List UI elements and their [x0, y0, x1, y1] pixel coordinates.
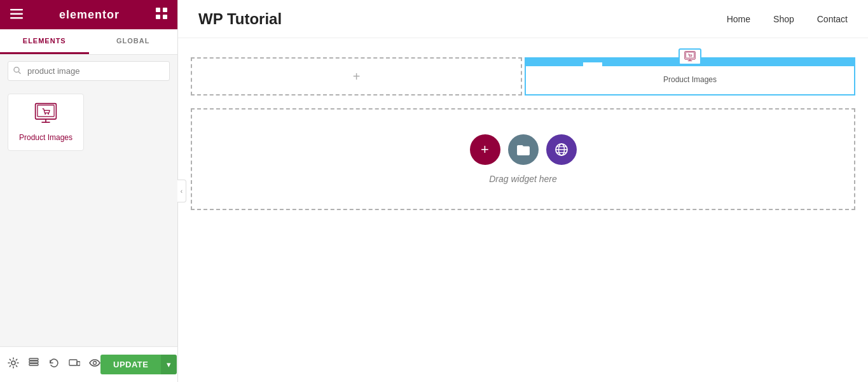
page-title: WP Tutorial — [198, 10, 282, 28]
svg-point-15 — [11, 361, 15, 365]
widget-card-product-images[interactable]: Product Images — [8, 94, 84, 151]
underline-gap — [583, 62, 602, 66]
svg-rect-19 — [69, 360, 77, 365]
svg-point-27 — [691, 57, 692, 57]
drag-widget-text: Drag widget here — [489, 174, 557, 184]
widget-highlighted[interactable]: Product Images — [525, 57, 855, 96]
layers-icon[interactable] — [28, 357, 39, 372]
svg-rect-17 — [29, 364, 38, 365]
svg-point-14 — [48, 113, 49, 115]
svg-rect-2 — [10, 17, 23, 19]
widgets-area: Product Images — [0, 87, 177, 346]
add-column-icon: + — [353, 69, 361, 84]
panel-tabs: ELEMENTS GLOBAL — [0, 29, 177, 55]
settings-icon[interactable] — [8, 357, 19, 372]
footer-icons — [8, 357, 100, 372]
search-icon — [13, 66, 21, 76]
left-panel: elementor ELEMENTS GLOBAL — [0, 0, 178, 382]
collapse-handle[interactable]: ‹ — [177, 180, 186, 202]
eye-icon[interactable] — [89, 357, 100, 372]
svg-point-26 — [689, 57, 690, 57]
svg-rect-5 — [156, 15, 160, 19]
product-images-widget-column: Product Images — [525, 57, 855, 96]
canvas-nav: WP Tutorial Home Shop Contact — [178, 0, 868, 38]
widget-label-inside: Product Images — [531, 71, 849, 88]
svg-rect-28 — [517, 147, 528, 154]
apps-icon[interactable] — [156, 8, 167, 22]
svg-rect-6 — [163, 15, 167, 19]
svg-point-13 — [45, 113, 46, 115]
nav-contact[interactable]: Contact — [817, 14, 848, 24]
svg-rect-3 — [156, 8, 160, 12]
nav-shop[interactable]: Shop — [773, 14, 794, 24]
tab-global[interactable]: GLOBAL — [89, 29, 178, 54]
svg-rect-4 — [163, 8, 167, 12]
empty-column[interactable]: + — [191, 57, 522, 96]
svg-point-21 — [93, 362, 97, 365]
search-input[interactable] — [8, 61, 170, 81]
svg-rect-20 — [77, 362, 80, 365]
svg-rect-1 — [10, 13, 23, 15]
responsive-icon[interactable] — [69, 357, 80, 372]
underline-left — [526, 62, 583, 66]
underline-right — [602, 62, 854, 66]
svg-line-8 — [19, 72, 21, 74]
update-button-wrap: UPDATE ▾ — [100, 355, 177, 374]
widget-icon-wrap — [679, 48, 701, 65]
search-bar — [0, 55, 177, 87]
drag-action-buttons: + — [470, 134, 577, 165]
history-icon[interactable] — [48, 357, 60, 372]
add-widget-button[interactable]: + — [470, 134, 500, 165]
drag-widget-row[interactable]: + Drag widget here — [191, 108, 855, 210]
update-arrow-button[interactable]: ▾ — [161, 355, 177, 374]
widget-icon-badge — [679, 48, 701, 65]
svg-point-7 — [14, 67, 19, 72]
svg-rect-16 — [29, 361, 38, 363]
panel-footer: UPDATE ▾ — [0, 346, 177, 382]
panel-header: elementor — [0, 0, 177, 29]
brand-title: elementor — [59, 8, 120, 22]
widget-inner: Product Images — [526, 66, 854, 94]
canvas-body: + — [178, 38, 868, 382]
hamburger-icon[interactable] — [10, 8, 23, 22]
nav-links: Home Shop Contact — [727, 14, 848, 24]
widget-card-label: Product Images — [19, 133, 72, 142]
cart-icon — [33, 103, 59, 128]
row-1: + — [191, 57, 855, 96]
update-button[interactable]: UPDATE — [100, 355, 161, 374]
svg-rect-18 — [29, 358, 38, 360]
tab-elements[interactable]: ELEMENTS — [0, 29, 89, 54]
canvas-area: WP Tutorial Home Shop Contact + — [178, 0, 868, 382]
svg-rect-0 — [10, 9, 23, 11]
folder-button[interactable] — [508, 134, 539, 165]
nav-home[interactable]: Home — [727, 14, 750, 24]
global-button[interactable] — [546, 134, 577, 165]
